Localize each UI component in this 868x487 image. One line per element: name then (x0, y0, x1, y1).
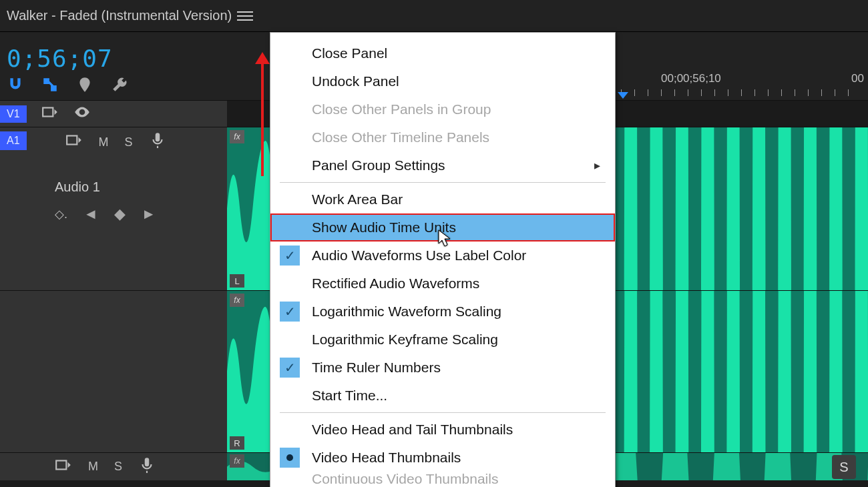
menu-log-waveform[interactable]: ✓Logarithmic Waveform Scaling (270, 298, 615, 326)
track-target-a1[interactable]: A1 (0, 131, 27, 150)
next-keyframe-icon[interactable]: ► (142, 205, 156, 223)
linked-selection-icon[interactable] (41, 76, 59, 97)
insert-clip-icon[interactable] (65, 131, 83, 153)
checkmark-icon: ✓ (280, 302, 300, 322)
add-keyframe-icon[interactable]: ◆ (114, 205, 126, 223)
menu-work-area-bar[interactable]: Work Area Bar (270, 185, 615, 213)
menu-close-other-group: Close Other Panels in Group (270, 95, 615, 123)
checkmark-icon: ✓ (280, 246, 300, 266)
solo-button[interactable]: S (125, 135, 133, 149)
menu-time-ruler-numbers[interactable]: ✓Time Ruler Numbers (270, 354, 615, 382)
menu-continuous-video[interactable]: Continuous Video Thumbnails (270, 472, 615, 486)
toggle-output-eye-icon[interactable] (73, 103, 91, 125)
menu-separator (280, 182, 606, 183)
svg-rect-1 (67, 136, 77, 145)
menu-close-panel[interactable]: Close Panel (270, 39, 615, 67)
panel-title: Walker - Faded (Instrumental Version) (7, 8, 232, 23)
snap-icon[interactable] (7, 76, 24, 97)
fx-badge[interactable]: fx (230, 294, 244, 307)
watermark-logo: S (832, 455, 856, 479)
submenu-arrow-icon: ▸ (594, 158, 600, 173)
playhead-icon[interactable] (618, 92, 628, 99)
menu-video-head-tail[interactable]: Video Head and Tail Thumbnails (270, 416, 615, 444)
checkmark-icon: ✓ (280, 358, 300, 378)
ruler-tick-label: 00;00;56;10 (661, 72, 721, 85)
menu-video-head[interactable]: Video Head Thumbnails (270, 444, 615, 472)
ruler-tick-label: 00 (851, 72, 864, 85)
track-label-v1[interactable]: V1 (0, 105, 27, 123)
menu-audio-waveforms-label-color[interactable]: ✓Audio Waveforms Use Label Color (270, 241, 615, 270)
menu-close-other-timeline: Close Other Timeline Panels (270, 123, 615, 151)
voice-over-mic-icon[interactable] (149, 131, 166, 153)
svg-rect-0 (43, 107, 53, 116)
wrench-icon[interactable] (111, 76, 128, 97)
panel-header: Walker - Faded (Instrumental Version) (0, 0, 868, 32)
menu-start-time[interactable]: Start Time... (270, 382, 615, 410)
menu-rectified-audio[interactable]: Rectified Audio Waveforms (270, 270, 615, 298)
menu-panel-group-settings[interactable]: Panel Group Settings▸ (270, 151, 615, 179)
voice-over-mic-icon[interactable] (138, 456, 156, 478)
time-ruler[interactable]: 00;00;56;10 00 (621, 72, 868, 96)
mute-button[interactable]: M (88, 460, 98, 474)
mute-button[interactable]: M (99, 135, 109, 149)
radio-dot-icon (280, 448, 300, 468)
menu-log-keyframe[interactable]: Logarithmic Keyframe Scaling (270, 326, 615, 354)
insert-clip-icon[interactable] (55, 456, 72, 478)
ruler-ticks (621, 89, 855, 96)
menu-separator (280, 412, 606, 413)
menu-undock-panel[interactable]: Undock Panel (270, 67, 615, 95)
panel-context-menu: Close Panel Undock Panel Close Other Pan… (270, 32, 616, 487)
marker-icon[interactable] (76, 76, 93, 97)
playhead-timecode[interactable]: 0;56;07 (7, 45, 113, 72)
keyframe-diamond-icon[interactable]: ◇. (55, 207, 67, 221)
svg-rect-4 (56, 460, 66, 469)
insert-clip-icon[interactable] (41, 103, 59, 125)
channel-badge-right: R (230, 436, 244, 450)
solo-button[interactable]: S (114, 460, 122, 474)
channel-badge-left: L (230, 274, 244, 288)
fx-badge[interactable]: fx (230, 130, 244, 143)
fx-badge[interactable]: fx (230, 454, 244, 468)
prev-keyframe-icon[interactable]: ◄ (83, 205, 98, 223)
panel-menu-icon[interactable] (237, 8, 253, 24)
track-name[interactable]: Audio 1 (55, 179, 219, 195)
menu-show-audio-time-units[interactable]: Show Audio Time Units (270, 213, 615, 241)
